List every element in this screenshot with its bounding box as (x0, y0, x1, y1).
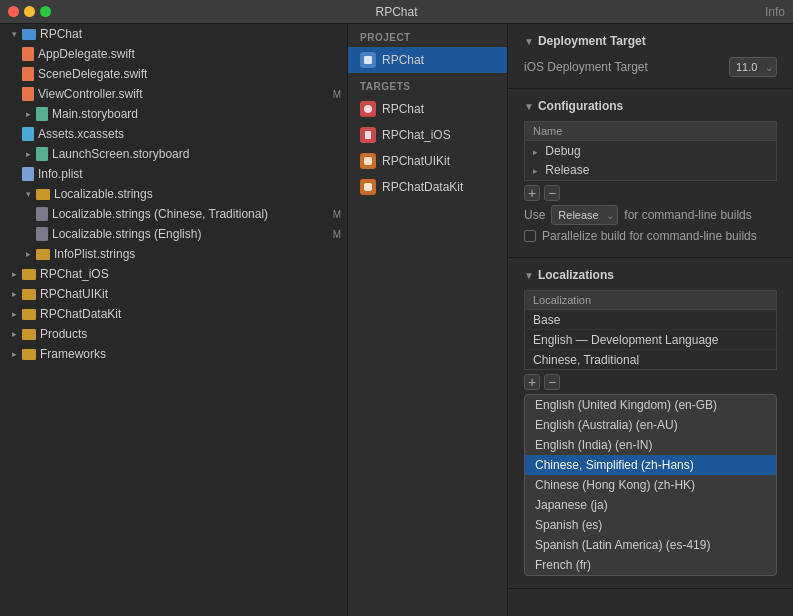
config-row-debug[interactable]: ▸ Debug (525, 141, 777, 161)
tree-item-rpchatuikit[interactable]: RPChatUIKit (0, 284, 347, 304)
tree-item-rpchatchat[interactable]: RPChat (0, 24, 347, 44)
tree-item-launchscreen[interactable]: LaunchScreen.storyboard (0, 144, 347, 164)
tree-item-assets[interactable]: Assets.xcassets (0, 124, 347, 144)
deployment-target-title: Deployment Target (538, 34, 646, 48)
tree-item-rpchatio[interactable]: RPChat_iOS (0, 264, 347, 284)
folder-icon (22, 309, 36, 320)
svg-rect-0 (364, 56, 372, 64)
tree-item-products[interactable]: Products (0, 324, 347, 344)
folder-icon (22, 329, 36, 340)
file-tree-panel: RPChat AppDelegate.swift SceneDelegate.s… (0, 24, 348, 616)
config-remove-button[interactable]: − (544, 185, 560, 201)
tree-label: Main.storyboard (52, 107, 138, 121)
deployment-target-header: ▼ Deployment Target (524, 34, 777, 48)
modified-badge: M (333, 209, 341, 220)
config-row-release[interactable]: ▸ Release (525, 161, 777, 181)
maximize-button[interactable] (40, 6, 51, 17)
tree-item-localizable-en[interactable]: Localizable.strings (English) M (0, 224, 347, 244)
tree-arrow (8, 328, 20, 340)
target-nav-icon-rpchatchat (360, 101, 376, 117)
tree-item-rpchatdatakit[interactable]: RPChatDataKit (0, 304, 347, 324)
tree-item-infoplist[interactable]: Info.plist (0, 164, 347, 184)
use-select[interactable]: Release Debug (551, 205, 618, 225)
config-release-label: Release (545, 163, 589, 177)
dropdown-item-es-419[interactable]: Spanish (Latin America) (es-419) (525, 535, 776, 555)
dropdown-item-zh-hk[interactable]: Chinese (Hong Kong) (zh-HK) (525, 475, 776, 495)
config-name-col-header: Name (525, 122, 777, 141)
xcassets-file-icon (22, 127, 34, 141)
config-debug-cell: ▸ Debug (525, 141, 777, 161)
tree-arrow (22, 108, 34, 120)
ios-deployment-select[interactable]: 11.0 12.0 13.0 14.0 (729, 57, 777, 77)
ios-deployment-select-wrapper[interactable]: 11.0 12.0 13.0 14.0 (729, 57, 777, 77)
tree-label: InfoPlist.strings (54, 247, 135, 261)
folder-icon (22, 349, 36, 360)
target-nav-icon-rpchatdatakit (360, 179, 376, 195)
strings-file-icon (36, 207, 48, 221)
localizations-table: Localization Base English — Development … (524, 290, 777, 370)
tree-item-localizable-cn[interactable]: Localizable.strings (Chinese, Traditiona… (0, 204, 347, 224)
traffic-lights (8, 6, 51, 17)
loc-add-button[interactable]: + (524, 374, 540, 390)
tree-arrow (8, 288, 20, 300)
section-triangle-icon: ▼ (524, 270, 534, 281)
ios-deployment-row: iOS Deployment Target 11.0 12.0 13.0 14.… (524, 56, 777, 78)
config-debug-label: Debug (545, 144, 580, 158)
target-nav-rpchatuikit[interactable]: RPChatUIKit (348, 148, 507, 174)
tree-item-viewcontroller[interactable]: ViewController.swift M (0, 84, 347, 104)
tree-arrow (22, 188, 34, 200)
localizations-section: ▼ Localizations Localization Base Englis… (508, 258, 793, 589)
tree-item-infoplist-strings[interactable]: InfoPlist.strings (0, 244, 347, 264)
info-button[interactable]: Info (765, 5, 785, 19)
configurations-title: Configurations (538, 99, 623, 113)
target-nav-label: RPChat (382, 102, 424, 116)
tree-item-scenedelegate[interactable]: SceneDelegate.swift (0, 64, 347, 84)
tree-label: Products (40, 327, 87, 341)
tree-label: Localizable.strings (54, 187, 153, 201)
settings-panel: ▼ Deployment Target iOS Deployment Targe… (508, 24, 793, 616)
dropdown-item-en-gb[interactable]: English (United Kingdom) (en-GB) (525, 395, 776, 415)
folder-icon (36, 249, 50, 260)
tree-arrow (22, 248, 34, 260)
tree-item-appdelegate[interactable]: AppDelegate.swift (0, 44, 347, 64)
loc-row-base[interactable]: Base (525, 310, 777, 330)
tree-label: RPChat (40, 27, 82, 41)
loc-base-cell: Base (525, 310, 777, 330)
tree-item-localizable[interactable]: Localizable.strings (0, 184, 347, 204)
use-select-wrapper[interactable]: Release Debug (551, 205, 618, 225)
tree-item-frameworks[interactable]: Frameworks (0, 344, 347, 364)
dropdown-item-ja[interactable]: Japanese (ja) (525, 495, 776, 515)
dropdown-item-en-in[interactable]: English (India) (en-IN) (525, 435, 776, 455)
swift-file-icon (22, 47, 34, 61)
config-add-button[interactable]: + (524, 185, 540, 201)
plist-file-icon (22, 167, 34, 181)
tree-item-mainstoryboard[interactable]: Main.storyboard (0, 104, 347, 124)
config-release-cell: ▸ Release (525, 161, 777, 181)
parallelize-label: Parallelize build for command-line build… (542, 229, 757, 243)
target-nav-rpchatdatakit[interactable]: RPChatDataKit (348, 174, 507, 200)
close-button[interactable] (8, 6, 19, 17)
target-nav-rpchatchat[interactable]: RPChat (348, 96, 507, 122)
config-arrow-icon: ▸ (533, 147, 538, 157)
loc-row-english[interactable]: English — Development Language (525, 330, 777, 350)
tree-arrow-rpchatchat (8, 28, 20, 40)
loc-remove-button[interactable]: − (544, 374, 560, 390)
tree-arrow (8, 268, 20, 280)
folder-icon (22, 29, 36, 40)
target-nav-label: RPChat_iOS (382, 128, 451, 142)
project-nav-rpchatchat[interactable]: RPChat (348, 47, 507, 73)
target-nav-label: RPChatUIKit (382, 154, 450, 168)
storyboard-file-icon (36, 107, 48, 121)
tree-label: AppDelegate.swift (38, 47, 135, 61)
dropdown-item-en-au[interactable]: English (Australia) (en-AU) (525, 415, 776, 435)
dropdown-item-zh-hans[interactable]: Chinese, Simplified (zh-Hans) (525, 455, 776, 475)
configurations-header: ▼ Configurations (524, 99, 777, 113)
parallelize-row: Parallelize build for command-line build… (524, 229, 777, 243)
parallelize-checkbox[interactable] (524, 230, 536, 242)
target-nav-icon-rpchatio (360, 127, 376, 143)
minimize-button[interactable] (24, 6, 35, 17)
dropdown-item-es[interactable]: Spanish (es) (525, 515, 776, 535)
dropdown-item-fr[interactable]: French (fr) (525, 555, 776, 575)
target-nav-rpchatio[interactable]: RPChat_iOS (348, 122, 507, 148)
loc-row-chinese-traditional[interactable]: Chinese, Traditional (525, 350, 777, 370)
